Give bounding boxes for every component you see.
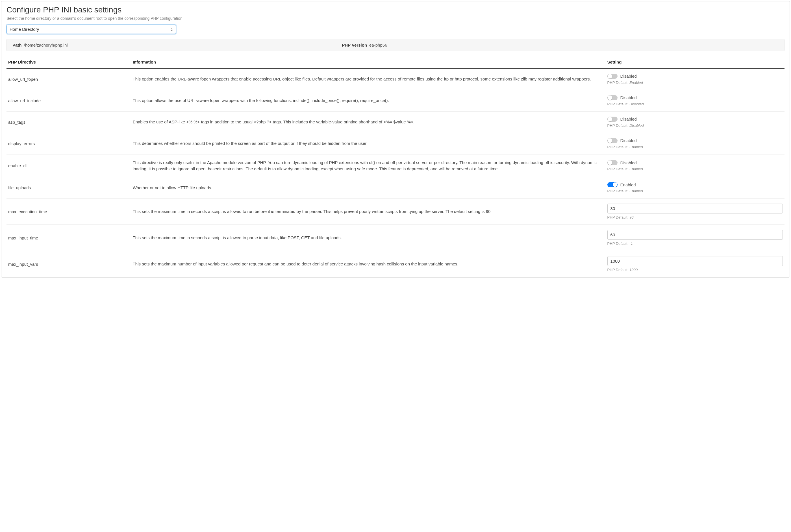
directive-setting: PHP Default: 1000 <box>606 251 785 277</box>
input-max_input_vars[interactable] <box>607 256 783 266</box>
php-default-value: 90 <box>629 215 633 220</box>
directive-name: file_uploads <box>6 177 131 198</box>
directive-row-max_input_time: max_input_timeThis sets the maximum time… <box>6 225 785 251</box>
toggle-status: Enabled <box>620 183 636 187</box>
directive-info: This sets the maximum number of input va… <box>131 251 606 277</box>
toggle-allow_url_include[interactable] <box>607 95 618 100</box>
directive-setting: PHP Default: 90 <box>606 198 785 225</box>
input-max_execution_time[interactable] <box>607 204 783 213</box>
toggle-status: Disabled <box>620 74 637 78</box>
toggle-status: Disabled <box>620 138 637 143</box>
directive-setting: DisabledPHP Default: Enabled <box>606 68 785 90</box>
directive-info: This sets the maximum time in seconds a … <box>131 225 606 251</box>
location-select-wrap: Home Directory ▲▼ <box>6 24 176 34</box>
php-default-label: PHP Default: <box>607 167 630 171</box>
php-default: PHP Default: Disabled <box>607 124 783 128</box>
toggle-status: Disabled <box>620 95 637 100</box>
php-default-value: Disabled <box>629 124 644 128</box>
directive-name: asp_tags <box>6 111 131 133</box>
directive-name: display_errors <box>6 133 131 154</box>
php-default-value: Enabled <box>629 167 643 171</box>
directive-setting: DisabledPHP Default: Disabled <box>606 111 785 133</box>
php-default-value: Enabled <box>629 80 643 85</box>
directive-row-enable_dl: enable_dlThis directive is really only u… <box>6 154 785 177</box>
php-default: PHP Default: Disabled <box>607 102 783 106</box>
input-max_input_time[interactable] <box>607 230 783 240</box>
toggle-allow_url_fopen[interactable] <box>607 74 618 79</box>
toggle-knob-icon <box>608 95 612 100</box>
php-default: PHP Default: -1 <box>607 242 783 246</box>
directive-info: This option allows the use of URL-aware … <box>131 90 606 111</box>
directive-name: enable_dl <box>6 154 131 177</box>
php-default-value: Disabled <box>629 102 644 106</box>
php-default: PHP Default: 90 <box>607 215 783 220</box>
toggle-knob-icon <box>608 138 612 143</box>
php-default: PHP Default: 1000 <box>607 268 783 272</box>
page-subtitle: Select the home directory or a domain's … <box>6 16 785 21</box>
col-header-directive: PHP Directive <box>6 56 131 68</box>
directive-row-asp_tags: asp_tagsEnables the use of ASP-like <% %… <box>6 111 785 133</box>
php-default-label: PHP Default: <box>607 215 630 220</box>
php-default-label: PHP Default: <box>607 145 630 149</box>
directive-row-allow_url_include: allow_url_includeThis option allows the … <box>6 90 785 111</box>
directive-setting: PHP Default: -1 <box>606 225 785 251</box>
directive-row-max_execution_time: max_execution_timeThis sets the maximum … <box>6 198 785 225</box>
directive-name: max_execution_time <box>6 198 131 225</box>
toggle-status: Disabled <box>620 160 637 165</box>
directive-info: This directive is really only useful in … <box>131 154 606 177</box>
toggle-asp_tags[interactable] <box>607 117 618 122</box>
php-default: PHP Default: Enabled <box>607 80 783 85</box>
toggle-file_uploads[interactable] <box>607 182 618 187</box>
toggle-knob-icon <box>613 183 617 187</box>
toggle-knob-icon <box>608 117 612 121</box>
directive-row-file_uploads: file_uploadsWhether or not to allow HTTP… <box>6 177 785 198</box>
info-version: PHP Version ea-php56 <box>342 43 387 48</box>
col-header-info: Information <box>131 56 606 68</box>
directive-setting: DisabledPHP Default: Enabled <box>606 133 785 154</box>
php-default-value: Enabled <box>629 145 643 149</box>
directive-setting: EnabledPHP Default: Enabled <box>606 177 785 198</box>
php-default-label: PHP Default: <box>607 124 630 128</box>
php-default-label: PHP Default: <box>607 80 630 85</box>
info-path-value: /home/zacheryh/php.ini <box>24 43 68 48</box>
directive-name: max_input_vars <box>6 251 131 277</box>
php-ini-settings-panel: Configure PHP INI basic settings Select … <box>1 1 790 278</box>
info-path-label: Path <box>13 43 22 48</box>
php-default-label: PHP Default: <box>607 268 630 272</box>
php-default-label: PHP Default: <box>607 242 630 246</box>
toggle-knob-icon <box>608 160 612 165</box>
directive-name: allow_url_include <box>6 90 131 111</box>
toggle-status: Disabled <box>620 117 637 121</box>
php-default-value: -1 <box>629 242 633 246</box>
php-default-label: PHP Default: <box>607 189 630 193</box>
info-version-value: ea-php56 <box>369 43 387 48</box>
php-default-value: 1000 <box>629 268 638 272</box>
directive-row-allow_url_fopen: allow_url_fopenThis option enables the U… <box>6 68 785 90</box>
location-select[interactable]: Home Directory <box>6 24 176 34</box>
directive-info: Enables the use of ASP-like <% %> tags i… <box>131 111 606 133</box>
directive-name: allow_url_fopen <box>6 68 131 90</box>
php-default: PHP Default: Enabled <box>607 167 783 171</box>
directive-setting: DisabledPHP Default: Enabled <box>606 154 785 177</box>
directive-setting: DisabledPHP Default: Disabled <box>606 90 785 111</box>
php-default: PHP Default: Enabled <box>607 189 783 193</box>
directive-info: This determines whether errors should be… <box>131 133 606 154</box>
directive-info: This option enables the URL-aware fopen … <box>131 68 606 90</box>
info-path: Path /home/zacheryh/php.ini <box>13 43 342 48</box>
directive-info: This sets the maximum time in seconds a … <box>131 198 606 225</box>
directives-table: PHP Directive Information Setting allow_… <box>6 56 785 277</box>
toggle-display_errors[interactable] <box>607 138 618 143</box>
col-header-setting: Setting <box>606 56 785 68</box>
directive-row-max_input_vars: max_input_varsThis sets the maximum numb… <box>6 251 785 277</box>
php-default-label: PHP Default: <box>607 102 630 106</box>
info-version-label: PHP Version <box>342 43 367 48</box>
php-default-value: Enabled <box>629 189 643 193</box>
directive-row-display_errors: display_errorsThis determines whether er… <box>6 133 785 154</box>
directive-name: max_input_time <box>6 225 131 251</box>
toggle-enable_dl[interactable] <box>607 160 618 165</box>
info-bar: Path /home/zacheryh/php.ini PHP Version … <box>6 39 785 51</box>
toggle-knob-icon <box>608 74 612 78</box>
directive-info: Whether or not to allow HTTP file upload… <box>131 177 606 198</box>
page-title: Configure PHP INI basic settings <box>6 5 785 14</box>
php-default: PHP Default: Enabled <box>607 145 783 149</box>
